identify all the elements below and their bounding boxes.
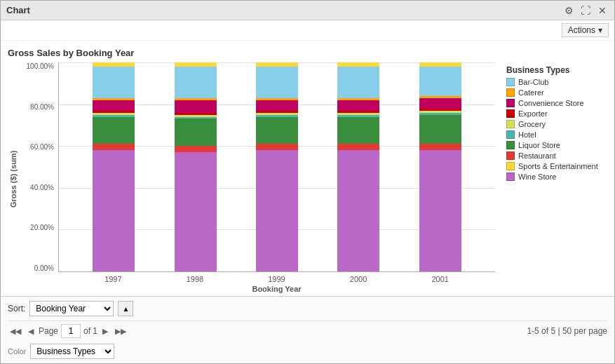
close-icon[interactable]: ✕: [596, 4, 609, 17]
legend-item: Exporter: [506, 109, 607, 118]
bar-segment: [337, 150, 379, 271]
pagination-left: ◀◀ ◀ Page of 1 ▶ ▶▶: [8, 324, 128, 338]
x-tick: 2001: [431, 275, 448, 283]
bar-segment: [93, 67, 135, 98]
expand-icon[interactable]: ⛶: [579, 4, 592, 17]
legend-color-swatch: [506, 162, 515, 170]
chart-area: Gross ($) (sum) 100.00% 80.00% 60.00% 40…: [8, 62, 607, 296]
pagination-row: ◀◀ ◀ Page of 1 ▶ ▶▶ 1-5 of 5 | 50 per pa…: [8, 321, 607, 341]
bar-segment: [419, 115, 461, 144]
chevron-down-icon: ▾: [598, 25, 602, 35]
bar-segment: [419, 67, 461, 96]
bar-segment: [256, 67, 298, 98]
bar-group: [175, 62, 217, 271]
last-page-button[interactable]: ▶▶: [113, 326, 128, 337]
legend-title: Business Types: [506, 65, 607, 75]
bar-segment: [93, 150, 135, 271]
sort-direction-button[interactable]: ▲: [118, 301, 133, 316]
legend-item: Grocery: [506, 120, 607, 128]
bar-segment: [175, 67, 217, 98]
legend-item: Liquor Store: [506, 141, 607, 149]
gear-icon[interactable]: ⚙: [562, 4, 575, 17]
legend-item: Restaurant: [506, 151, 607, 160]
chart-title: Gross Sales by Booking Year: [8, 48, 607, 58]
page-label: Page: [39, 326, 58, 336]
x-tick: 1997: [104, 275, 121, 283]
bar-segment: [175, 119, 217, 146]
bar-segment: [175, 146, 217, 152]
legend: Business Types Bar-ClubCatererConvenienc…: [495, 62, 607, 272]
bar-segment: [419, 150, 461, 271]
legend-item: Convenience Store: [506, 99, 607, 107]
x-axis-ticks: 19971998199920002001: [58, 272, 495, 283]
color-label: Color: [8, 347, 26, 356]
bar-segment: [175, 152, 217, 271]
bar-segment: [419, 144, 461, 150]
bar-segment: [337, 100, 379, 111]
bars-container: [59, 62, 495, 271]
bar-segment: [93, 117, 135, 144]
pagination-right: 1-5 of 5 | 50 per page: [527, 326, 607, 336]
legend-color-swatch: [506, 78, 515, 86]
next-page-button[interactable]: ▶: [100, 326, 110, 337]
legend-color-swatch: [506, 141, 515, 149]
bar-group: [337, 62, 379, 271]
range-label: 1-5 of 5: [527, 326, 555, 336]
legend-color-swatch: [506, 130, 515, 139]
legend-color-swatch: [506, 120, 515, 128]
x-tick: 1999: [268, 275, 285, 283]
x-tick: 1998: [187, 275, 203, 283]
color-row: Color Business Types: [8, 344, 607, 359]
bar-segment: [256, 117, 298, 144]
legend-items: Bar-ClubCatererConvenience StoreExporter…: [506, 78, 607, 181]
bar-segment: [256, 150, 298, 271]
legend-item: Wine Store: [506, 173, 607, 181]
page-input[interactable]: [61, 324, 81, 338]
bar-segment: [419, 98, 461, 109]
actions-button[interactable]: Actions ▾: [562, 23, 609, 37]
of-label: of 1: [83, 326, 97, 336]
bar-segment: [93, 144, 135, 150]
title-bar-icons: ⚙ ⛶ ✕: [562, 4, 609, 17]
prev-page-button[interactable]: ◀: [26, 326, 36, 337]
first-page-button[interactable]: ◀◀: [8, 326, 23, 337]
sort-row: Sort: Booking Year Gross ($) (sum) ▲: [8, 301, 607, 316]
legend-item: Hotel: [506, 130, 607, 139]
legend-color-swatch: [506, 173, 515, 181]
bar-segment: [256, 144, 298, 150]
legend-item: Sports & Entertainment: [506, 162, 607, 170]
window-title: Chart: [6, 5, 30, 15]
chart-container: Gross Sales by Booking Year Gross ($) (s…: [1, 41, 614, 296]
bar-group: [256, 62, 298, 271]
y-axis-label: Gross ($) (sum): [8, 62, 19, 296]
title-bar: Chart ⚙ ⛶ ✕: [1, 1, 614, 20]
sort-select[interactable]: Booking Year Gross ($) (sum): [29, 301, 114, 316]
bar-group: [419, 62, 461, 271]
x-axis-label: Booking Year: [58, 283, 495, 296]
per-page-label: 50 per page: [562, 326, 607, 336]
bar-segment: [93, 100, 135, 111]
legend-item: Bar-Club: [506, 78, 607, 86]
bar-segment: [337, 117, 379, 144]
legend-item: Caterer: [506, 88, 607, 97]
bar-segment: [337, 67, 379, 98]
sort-label: Sort:: [8, 304, 25, 314]
actions-bar: Actions ▾: [1, 20, 614, 41]
bars-grid: [58, 62, 495, 272]
bottom-controls: Sort: Booking Year Gross ($) (sum) ▲ ◀◀ …: [1, 296, 614, 363]
legend-color-swatch: [506, 109, 515, 118]
y-axis-ticks: 100.00% 80.00% 60.00% 40.00% 20.00% 0.00…: [19, 62, 58, 272]
legend-color-swatch: [506, 151, 515, 160]
legend-color-swatch: [506, 99, 515, 107]
bar-segment: [256, 100, 298, 111]
bar-segment: [175, 100, 217, 113]
chart-window: Chart ⚙ ⛶ ✕ Actions ▾ Gross Sales by Boo…: [0, 0, 615, 364]
legend-color-swatch: [506, 88, 515, 97]
x-tick: 2000: [350, 275, 367, 283]
bar-segment: [337, 144, 379, 150]
color-select[interactable]: Business Types: [30, 344, 114, 359]
bar-group: [93, 62, 135, 271]
